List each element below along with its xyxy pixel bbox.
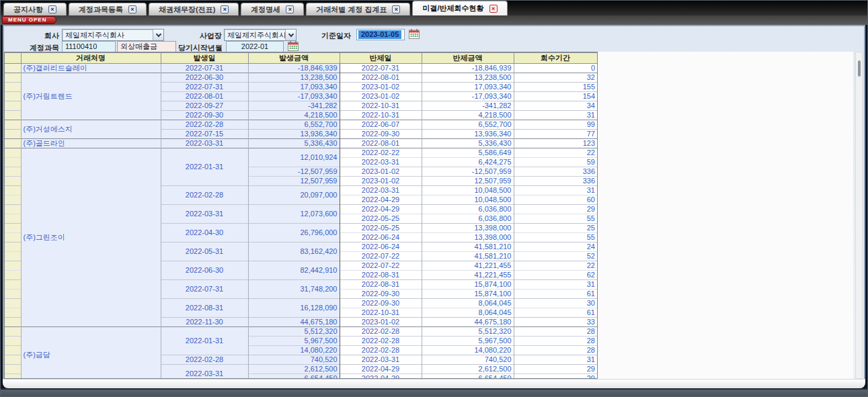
settlement-amount-cell[interactable]: 5,586,649 [422,148,514,158]
settlement-date-cell[interactable]: 2023-01-02 [340,318,422,327]
collection-days-cell[interactable]: 154 [514,92,597,101]
settlement-amount-cell[interactable]: 17,093,340 [422,83,514,92]
vertical-scrollbar[interactable] [855,52,863,379]
row-selector[interactable] [5,233,21,242]
tab-open-settlement-status[interactable]: 미결/반제회수현황 × [412,1,507,15]
settlement-date-cell[interactable]: 2022-08-31 [340,271,422,280]
occurrence-date-cell[interactable]: 2022-06-30 [161,261,248,280]
settlement-amount-cell[interactable]: 14,080,220 [422,346,514,355]
row-selector[interactable] [5,308,21,318]
occurrence-amount-cell[interactable]: 12,073,600 [248,205,340,224]
settlement-date-cell[interactable]: 2023-01-02 [340,177,422,186]
tab-account-register[interactable]: 계정과목등록 × [69,3,147,15]
settlement-date-cell[interactable]: 2022-10-31 [340,111,422,120]
collection-days-cell[interactable]: 33 [514,318,597,327]
row-selector[interactable] [5,337,21,346]
settlement-amount-cell[interactable]: 6,552,700 [422,120,514,130]
site-select[interactable]: 제일제지주식회사 [224,29,297,41]
settlement-amount-cell[interactable]: -18,846,939 [422,64,514,73]
settlement-amount-cell[interactable]: 44,675,180 [422,318,514,327]
horizontal-scrollbar[interactable] [3,379,865,388]
collection-days-cell[interactable]: 60 [514,195,597,205]
occurrence-amount-cell[interactable]: -17,093,340 [248,92,340,101]
row-selector[interactable] [5,148,21,158]
occurrence-date-cell[interactable]: 2022-07-15 [161,130,248,139]
settlement-date-cell[interactable]: 2022-07-22 [340,252,422,261]
close-icon[interactable]: × [128,5,136,13]
occurrence-date-cell[interactable]: 2022-02-28 [161,120,248,130]
settlement-amount-cell[interactable]: 41,221,455 [422,271,514,280]
collection-days-cell[interactable]: 28 [514,327,597,337]
occurrence-amount-cell[interactable]: 83,162,420 [248,242,340,261]
settlement-amount-cell[interactable]: 12,507,959 [422,177,514,186]
period-input[interactable]: 2022-01 [226,41,284,52]
close-icon[interactable]: × [489,5,498,13]
settlement-amount-cell[interactable]: 15,874,100 [422,290,514,299]
row-selector[interactable] [5,214,21,224]
settlement-amount-cell[interactable]: 13,398,000 [422,224,514,233]
collection-days-cell[interactable]: 61 [514,290,597,299]
collection-days-cell[interactable]: 28 [514,346,597,355]
settlement-date-cell[interactable]: 2022-03-31 [340,355,422,365]
tab-notice[interactable]: 공지사항 × [3,3,67,15]
occurrence-amount-cell[interactable]: 6,654,450 [248,374,340,380]
menu-open-button[interactable]: MENU OPEN [2,16,56,24]
row-selector[interactable] [5,261,21,271]
occurrence-date-cell[interactable]: 2022-02-28 [161,355,248,365]
row-selector[interactable] [5,355,21,365]
settlement-date-cell[interactable]: 2022-09-30 [340,299,422,308]
customer-name-cell[interactable]: (주)거성에스지 [21,120,161,139]
collection-days-cell[interactable]: 31 [514,186,597,195]
close-icon[interactable]: × [221,5,229,13]
settlement-date-cell[interactable]: 2022-04-29 [340,374,422,380]
occurrence-date-cell[interactable]: 2022-05-31 [161,242,248,261]
occurrence-date-cell[interactable]: 2022-09-27 [161,101,248,111]
collection-days-cell[interactable]: 77 [514,130,597,139]
occurrence-amount-cell[interactable]: 31,748,200 [248,280,340,299]
settlement-amount-cell[interactable]: -17,093,340 [422,92,514,101]
settlement-date-cell[interactable]: 2022-06-24 [340,233,422,242]
settlement-date-cell[interactable]: 2022-03-31 [340,158,422,167]
row-selector[interactable] [5,83,21,92]
collection-days-cell[interactable]: 99 [514,120,597,130]
occurrence-amount-cell[interactable]: 5,336,430 [248,139,340,148]
occurrence-amount-cell[interactable]: 17,093,340 [248,83,340,92]
row-selector[interactable] [5,327,21,337]
row-selector[interactable] [5,271,21,280]
settlement-date-cell[interactable]: 2022-06-24 [340,242,422,252]
settlement-amount-cell[interactable]: 13,936,340 [422,130,514,139]
row-selector[interactable] [5,242,21,252]
occurrence-amount-cell[interactable]: -18,846,939 [248,64,340,73]
row-selector[interactable] [5,120,21,130]
occurrence-amount-cell[interactable]: 2,612,500 [248,365,340,374]
settlement-date-cell[interactable]: 2022-09-30 [340,130,422,139]
calendar-icon[interactable] [287,41,299,52]
occurrence-date-cell[interactable]: 2022-07-31 [161,83,248,92]
settlement-date-cell[interactable]: 2023-01-02 [340,167,422,177]
row-selector[interactable] [5,205,21,214]
account-name-input[interactable]: 외상매출금 [117,41,176,52]
occurrence-date-cell[interactable]: 2022-07-31 [161,64,248,73]
collection-days-cell[interactable]: 0 [514,64,597,73]
occurrence-amount-cell[interactable]: 12,507,959 [248,177,340,186]
row-selector[interactable] [5,318,21,327]
settlement-date-cell[interactable]: 2022-08-01 [340,139,422,148]
collection-days-cell[interactable]: 22 [514,261,597,271]
occurrence-date-cell[interactable]: 2022-03-31 [161,205,248,224]
settlement-amount-cell[interactable]: -12,507,959 [422,167,514,177]
occurrence-date-cell[interactable]: 2022-09-30 [161,111,248,120]
settlement-date-cell[interactable]: 2023-01-02 [340,92,422,101]
row-selector[interactable] [5,73,21,83]
settlement-date-cell[interactable]: 2022-04-29 [340,365,422,374]
occurrence-amount-cell[interactable]: 20,097,000 [248,186,340,205]
settlement-amount-cell[interactable]: 10,048,500 [422,186,514,195]
settlement-date-cell[interactable]: 2022-02-28 [340,337,422,346]
base-date-input[interactable]: 2023-01-05 [356,29,405,40]
settlement-amount-cell[interactable]: 5,512,320 [422,327,514,337]
occurrence-date-cell[interactable]: 2022-03-31 [161,139,248,148]
settlement-date-cell[interactable]: 2022-05-25 [340,214,422,224]
occurrence-amount-cell[interactable]: 13,238,500 [248,73,340,83]
row-selector[interactable] [5,130,21,139]
row-selector[interactable] [5,374,21,380]
row-selector[interactable] [5,101,21,111]
